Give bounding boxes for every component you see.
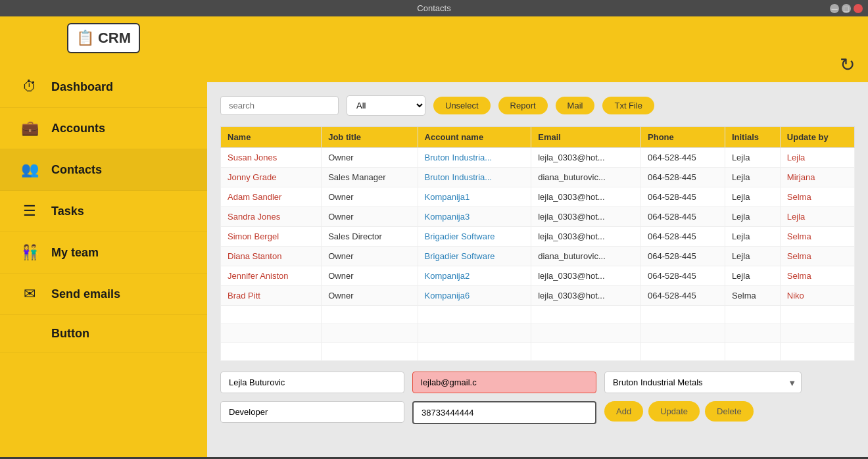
txt-file-button[interactable]: Txt File xyxy=(602,97,654,114)
cell-update-by: Lejla xyxy=(780,207,854,227)
cell-job-title: Owner xyxy=(322,148,418,168)
cell-update-by: Selma xyxy=(780,266,854,286)
cell-phone: 064-528-445 xyxy=(641,286,725,306)
content-area: All Active Inactive Unselect Report Mail… xyxy=(207,82,868,457)
table-row[interactable]: Jennifer Aniston Owner Kompanija2 lejla_… xyxy=(221,266,855,286)
refresh-icon[interactable]: ↻ xyxy=(840,54,855,76)
table-row[interactable]: Susan Jones Owner Bruton Industria... le… xyxy=(221,148,855,168)
cell-initials: Lejla xyxy=(725,187,780,207)
email-field[interactable] xyxy=(412,372,596,393)
sidebar-item-my-team[interactable]: 👫 My team xyxy=(0,232,207,274)
table-header: Name Job title Account name Email Phone … xyxy=(221,127,855,148)
contacts-tbody: Susan Jones Owner Bruton Industria... le… xyxy=(221,148,855,361)
cell-name[interactable]: Jonny Grade xyxy=(221,168,322,187)
sidebar: 📋 CRM ⏱ Dashboard 💼 Accounts 👥 Contacts … xyxy=(0,16,207,457)
cell-account-name[interactable]: Brigadier Software xyxy=(418,247,531,266)
cell-account-name[interactable]: Kompanija1 xyxy=(418,187,531,207)
my-team-icon: 👫 xyxy=(20,244,39,261)
cell-initials: Lejla xyxy=(725,247,780,266)
sidebar-item-send-emails[interactable]: ✉ Send emails xyxy=(0,274,207,315)
update-button[interactable]: Update xyxy=(648,401,700,422)
col-account-name: Account name xyxy=(418,127,531,148)
col-email: Email xyxy=(531,127,641,148)
cell-job-title: Sales Manager xyxy=(322,168,418,187)
sidebar-item-button[interactable]: Button xyxy=(0,315,207,353)
cell-name[interactable]: Susan Jones xyxy=(221,148,322,168)
cell-job-title: Owner xyxy=(322,247,418,266)
title-bar: Contacts ─ □ xyxy=(0,0,868,16)
cell-email: diana_buturovic... xyxy=(531,247,641,266)
cell-account-name[interactable]: Kompanija6 xyxy=(418,286,531,306)
cell-phone: 064-528-445 xyxy=(641,227,725,247)
cell-email: lejla_0303@hot... xyxy=(531,207,641,227)
table-row[interactable]: Sandra Jones Owner Kompanija3 lejla_0303… xyxy=(221,207,855,227)
sidebar-item-accounts[interactable]: 💼 Accounts xyxy=(0,108,207,149)
table-row[interactable]: Brad Pitt Owner Kompanija6 lejla_0303@ho… xyxy=(221,286,855,306)
cell-update-by: Selma xyxy=(780,187,854,207)
cell-account-name[interactable]: Brigadier Software xyxy=(418,227,531,247)
cell-phone: 064-528-445 xyxy=(641,207,725,227)
account-select[interactable]: Bruton Industrial Metals Kompanija1 Komp… xyxy=(604,372,802,393)
cell-initials: Lejla xyxy=(725,266,780,286)
cell-name[interactable]: Diana Stanton xyxy=(221,247,322,266)
col-phone: Phone xyxy=(641,127,725,148)
cell-name[interactable]: Sandra Jones xyxy=(221,207,322,227)
filter-select[interactable]: All Active Inactive xyxy=(347,95,425,116)
col-initials: Initials xyxy=(725,127,780,148)
col-update-by: Update by xyxy=(780,127,854,148)
cell-name[interactable]: Brad Pitt xyxy=(221,286,322,306)
delete-button[interactable]: Delete xyxy=(705,401,754,422)
sidebar-item-label-button: Button xyxy=(51,327,89,341)
maximize-button[interactable]: □ xyxy=(842,4,851,13)
sidebar-item-label-tasks: Tasks xyxy=(51,205,84,218)
cell-update-by: Selma xyxy=(780,227,854,247)
phone-field[interactable] xyxy=(412,401,596,424)
cell-update-by: Selma xyxy=(780,247,854,266)
contacts-icon: 👥 xyxy=(20,161,39,178)
cell-account-name[interactable]: Kompanija3 xyxy=(418,207,531,227)
minimize-button[interactable]: ─ xyxy=(830,4,839,13)
cell-account-name[interactable]: Bruton Industria... xyxy=(418,168,531,187)
cell-job-title: Owner xyxy=(322,207,418,227)
cell-update-by: Lejla xyxy=(780,148,854,168)
sidebar-item-label-my-team: My team xyxy=(51,246,99,260)
add-button[interactable]: Add xyxy=(604,401,643,422)
empty-row xyxy=(221,343,855,361)
window-controls: ─ □ xyxy=(830,4,863,13)
report-button[interactable]: Report xyxy=(498,97,548,114)
cell-update-by: Mirjana xyxy=(780,168,854,187)
sidebar-item-contacts[interactable]: 👥 Contacts xyxy=(0,149,207,191)
close-button[interactable] xyxy=(854,4,863,13)
name-field[interactable] xyxy=(220,372,404,393)
main-content: ↻ All Active Inactive Unselect Report Ma… xyxy=(207,16,868,457)
unselect-button[interactable]: Unselect xyxy=(433,97,491,114)
cell-name[interactable]: Simon Bergel xyxy=(221,227,322,247)
job-title-field[interactable] xyxy=(220,401,404,423)
cell-email: lejla_0303@hot... xyxy=(531,227,641,247)
cell-phone: 064-528-445 xyxy=(641,148,725,168)
col-name: Name xyxy=(221,127,322,148)
sidebar-item-label-accounts: Accounts xyxy=(51,122,105,135)
logo: 📋 CRM xyxy=(67,23,140,53)
sidebar-item-tasks[interactable]: ☰ Tasks xyxy=(0,191,207,232)
cell-account-name[interactable]: Kompanija2 xyxy=(418,266,531,286)
cell-name[interactable]: Adam Sandler xyxy=(221,187,322,207)
table-row[interactable]: Jonny Grade Sales Manager Bruton Industr… xyxy=(221,168,855,187)
table-row[interactable]: Diana Stanton Owner Brigadier Software d… xyxy=(221,247,855,266)
cell-account-name[interactable]: Bruton Industria... xyxy=(418,148,531,168)
sidebar-item-dashboard[interactable]: ⏱ Dashboard xyxy=(0,66,207,108)
cell-initials: Selma xyxy=(725,286,780,306)
tasks-icon: ☰ xyxy=(20,203,39,220)
table-row[interactable]: Adam Sandler Owner Kompanija1 lejla_0303… xyxy=(221,187,855,207)
cell-update-by: Niko xyxy=(780,286,854,306)
mail-button[interactable]: Mail xyxy=(556,97,595,114)
cell-phone: 064-528-445 xyxy=(641,247,725,266)
table-row[interactable]: Simon Bergel Sales Director Brigadier So… xyxy=(221,227,855,247)
cell-phone: 064-528-445 xyxy=(641,187,725,207)
sidebar-item-label-contacts: Contacts xyxy=(51,163,102,177)
cell-name[interactable]: Jennifer Aniston xyxy=(221,266,322,286)
search-input[interactable] xyxy=(220,96,339,115)
toolbar: All Active Inactive Unselect Report Mail… xyxy=(220,95,855,116)
accounts-icon: 💼 xyxy=(20,120,39,137)
cell-job-title: Owner xyxy=(322,286,418,306)
